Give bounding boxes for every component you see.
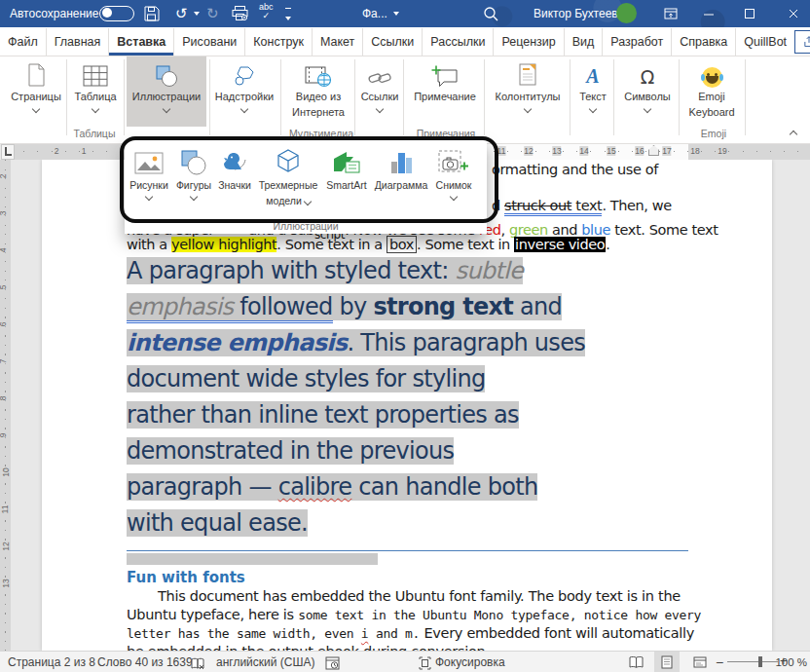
styled-paragraph-line: with equal ease. [127, 509, 308, 537]
ribbon-display-options-icon[interactable] [664, 8, 678, 22]
header-footer-button[interactable]: Колонтитулы [490, 56, 566, 127]
styled-paragraph-line: demonstrated in the previous [127, 437, 454, 465]
tab-selector[interactable] [1, 144, 15, 160]
close-button[interactable] [788, 8, 799, 22]
share-button[interactable]: Поделиться [794, 30, 810, 54]
group-divider [66, 59, 67, 135]
styled-paragraph-line: intense emphasis. This paragraph uses [127, 329, 585, 356]
status-bar: Страница 2 из 8 Слово 40 из 1639 английс… [0, 651, 810, 672]
tab-draw[interactable]: Рисовани [174, 28, 245, 56]
autosave-label: Автосохранение [10, 7, 98, 20]
tab-home[interactable]: Главная [47, 28, 110, 56]
comment-button[interactable]: Примечание [409, 56, 481, 127]
styled-paragraph-line: rather than inline text properties as [127, 401, 519, 429]
ribbon-tabs: Файл Главная Вставка Рисовани Конструк М… [0, 27, 810, 56]
tab-review[interactable]: Рецензир [494, 28, 564, 56]
chart-button[interactable]: Диаграмма [372, 146, 430, 191]
online-video-button[interactable]: Видео из Интернета [284, 56, 352, 127]
language-indicator[interactable]: английский (США) [216, 652, 314, 672]
group-divider [209, 59, 210, 135]
table-button[interactable]: Таблица [70, 56, 121, 127]
screenshot-button[interactable]: Снимок [430, 146, 477, 200]
group-divider [124, 59, 125, 135]
group-divider [745, 59, 746, 135]
word-count[interactable]: Слово 40 из 1639 [97, 652, 193, 672]
links-button[interactable]: Ссылки [358, 56, 401, 127]
maximize-button[interactable] [744, 8, 755, 22]
icons-button[interactable]: Значки [214, 146, 255, 191]
table-icon [83, 56, 108, 88]
group-label-emoji: Emoji [701, 128, 726, 139]
group-divider [484, 59, 485, 135]
paragraph-border-line [127, 550, 688, 551]
tab-developer[interactable]: Разработ [603, 28, 672, 56]
focus-label[interactable]: Фокусировка [435, 652, 505, 672]
group-divider [354, 59, 355, 135]
search-icon[interactable] [483, 6, 498, 24]
pictures-button[interactable]: Рисунки [125, 146, 173, 200]
text-button[interactable]: A Текст [572, 56, 613, 127]
popup-group-label: Иллюстрации [125, 220, 487, 232]
tab-layout[interactable]: Макет [313, 28, 363, 56]
emoji-keyboard-button[interactable]: Emoji Keyboard [681, 56, 742, 127]
proofing-icon[interactable] [191, 655, 205, 672]
print-layout-button[interactable] [654, 652, 680, 672]
addins-button[interactable]: Надстройки [212, 56, 276, 127]
redo-icon[interactable]: ↻ [206, 0, 219, 27]
quick-access-more-icon[interactable] [285, 8, 291, 23]
pictures-icon [134, 146, 164, 175]
user-avatar[interactable] [616, 3, 637, 23]
omega-icon: Ω [641, 66, 655, 88]
pages-button[interactable]: Страницы [8, 56, 64, 127]
selection-tail [127, 553, 378, 565]
chart-icon [388, 146, 414, 175]
group-divider [613, 59, 614, 135]
screenshot-icon [438, 146, 469, 175]
focus-icon[interactable] [419, 655, 431, 672]
save-icon[interactable] [144, 0, 160, 30]
shapes-button[interactable]: Фигуры [173, 146, 214, 200]
tab-quillbot[interactable]: QuillBot [736, 28, 794, 56]
text-icon: A [586, 65, 599, 88]
web-layout-button[interactable] [687, 652, 713, 672]
zoom-out-button[interactable]: − [716, 652, 723, 672]
header-footer-icon [517, 56, 538, 88]
tab-insert[interactable]: Вставка [109, 28, 174, 56]
collapse-ribbon-icon[interactable] [790, 131, 797, 138]
print-icon[interactable] [232, 6, 248, 24]
zoom-slider-thumb[interactable] [758, 656, 762, 667]
styled-paragraph-line: A paragraph with styled text: subtle [127, 257, 523, 284]
group-label-tables: Таблицы [74, 128, 116, 139]
tab-file[interactable]: Файл [0, 28, 47, 56]
spellcheck-icon[interactable]: abc ✓ [259, 3, 274, 20]
links-icon [367, 56, 392, 88]
document-title[interactable]: Фа... [362, 7, 387, 20]
undo-dropdown-caret[interactable] [194, 12, 200, 16]
document-title-caret[interactable] [393, 12, 399, 16]
zoom-slider[interactable] [727, 661, 778, 662]
icons-icon [221, 146, 248, 175]
zoom-level[interactable]: 100 % [775, 652, 807, 672]
minimize-button[interactable] [703, 8, 715, 22]
tab-design[interactable]: Конструк [245, 28, 313, 56]
tab-view[interactable]: Вид [565, 28, 604, 56]
symbols-button[interactable]: Ω Символы [619, 56, 676, 127]
page-indicator[interactable]: Страница 2 из 8 [8, 652, 95, 672]
doc-line: d struck out text. Then, we [492, 198, 672, 213]
illustrations-icon [154, 56, 179, 88]
macro-recorder-icon[interactable] [325, 655, 340, 672]
illustrations-button[interactable]: Иллюстрации [127, 56, 206, 127]
undo-icon[interactable]: ↺ [175, 0, 188, 27]
3d-models-button[interactable]: Трехмерные модели [255, 146, 321, 206]
illustrations-popup: Рисунки Фигуры Значки Трехмерные модели … [125, 140, 487, 234]
autosave-toggle[interactable] [99, 6, 134, 21]
tab-references[interactable]: Ссылки [363, 28, 423, 56]
group-divider [570, 59, 571, 135]
read-mode-button[interactable] [623, 652, 648, 672]
user-name[interactable]: Виктор Бухтеев [534, 7, 618, 20]
doc-line: This document has embedded the Ubuntu fo… [158, 588, 681, 604]
smartart-button[interactable]: SmartArt [321, 146, 372, 191]
tab-mailings[interactable]: Рассылки [423, 28, 494, 56]
tab-help[interactable]: Справка [672, 28, 736, 56]
styled-paragraph-line: paragraph — calibre can handle both [127, 473, 537, 501]
